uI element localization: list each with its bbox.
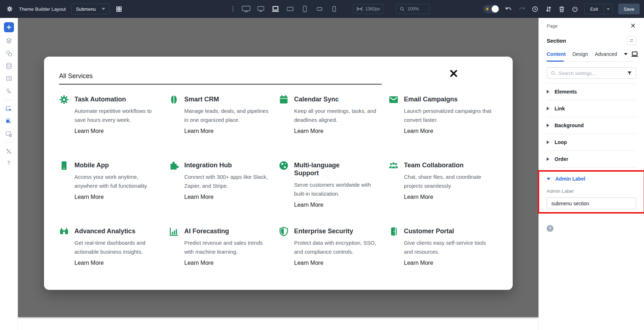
tab-design[interactable]: Design xyxy=(572,51,588,57)
toggle-knob xyxy=(492,5,499,13)
more-options-kebab-icon[interactable] xyxy=(229,5,237,13)
accordion-elements[interactable]: Elements xyxy=(547,83,636,100)
accordion-order[interactable]: Order xyxy=(547,151,636,168)
save-button[interactable]: Save xyxy=(618,4,640,14)
service-description: Keep all your meetings, tasks, and deadl… xyxy=(294,106,382,124)
tools-wrench-icon[interactable] xyxy=(5,147,13,155)
team-icon xyxy=(388,160,399,171)
active-breakpoint-laptop-icon[interactable] xyxy=(631,51,639,57)
learn-more-link[interactable]: Learn More xyxy=(404,128,433,134)
width-arrows-icon xyxy=(357,6,362,11)
admin-label-input[interactable] xyxy=(547,197,636,209)
service-title: Enterprise Security xyxy=(294,227,360,235)
canvas-width-input[interactable]: 1382px xyxy=(353,4,384,14)
selected-element-name: Section xyxy=(547,38,566,44)
service-tile: Advanced Analytics Get real-time dashboa… xyxy=(59,226,169,283)
breadcrumb[interactable]: Page xyxy=(547,23,557,29)
templates-shapes-icon[interactable] xyxy=(5,49,13,57)
exit-button-label: Exit xyxy=(585,4,604,14)
grid-view-icon[interactable] xyxy=(115,5,123,13)
service-tile: Email Campaigns Launch personalized camp… xyxy=(388,94,498,160)
exit-button[interactable]: Exit xyxy=(584,4,613,14)
help-icon[interactable]: ? xyxy=(547,225,553,232)
breakpoint-tablet-landscape-icon[interactable] xyxy=(285,4,296,14)
admin-label-field-label: Admin Label xyxy=(547,188,636,194)
breakpoint-laptop-icon[interactable] xyxy=(270,4,281,14)
submenu-close-icon[interactable] xyxy=(448,68,459,79)
service-tile: Team Collaboration Chat, share files, an… xyxy=(388,160,498,226)
heading-underline xyxy=(59,84,382,85)
learn-more-link[interactable]: Learn More xyxy=(294,260,323,266)
page-structure-list-icon[interactable] xyxy=(5,87,13,95)
filter-funnel-icon[interactable] xyxy=(627,71,632,76)
history-icon[interactable] xyxy=(531,5,539,13)
redo-icon[interactable] xyxy=(518,5,526,13)
learn-more-link[interactable]: Learn More xyxy=(404,194,433,200)
search-input[interactable] xyxy=(558,71,624,76)
database-icon[interactable] xyxy=(5,62,13,70)
canvas-width-value: 1382px xyxy=(365,6,380,11)
breakpoint-tablet-portrait-icon[interactable] xyxy=(299,4,310,14)
panel-close-icon[interactable] xyxy=(630,23,636,29)
add-element-button[interactable] xyxy=(4,22,14,32)
top-toolbar: Theme Builder Layout Submenu xyxy=(0,0,644,18)
learn-more-link[interactable]: Learn More xyxy=(74,128,104,134)
service-description: Give clients easy self-service tools and… xyxy=(404,238,492,256)
sidebar-help-icon[interactable]: ? xyxy=(7,160,10,166)
sidebar-divider xyxy=(4,100,14,100)
binoculars-icon xyxy=(59,226,69,237)
breakpoint-desktop-xl-icon[interactable] xyxy=(241,4,252,14)
template-selector-value: Submenu xyxy=(76,6,96,12)
accordion-loop[interactable]: Loop xyxy=(547,134,636,151)
accordion-background[interactable]: Background xyxy=(547,117,636,134)
trash-icon[interactable] xyxy=(558,5,566,13)
template-selector[interactable]: Submenu xyxy=(71,4,110,14)
theme-mode-toggle[interactable] xyxy=(483,5,499,13)
select-element-icon[interactable] xyxy=(5,105,13,113)
learn-more-link[interactable]: Learn More xyxy=(184,194,214,200)
power-icon[interactable] xyxy=(571,5,579,13)
accordion-admin-label[interactable]: Admin Label xyxy=(547,176,636,182)
breakpoint-dropdown-caret-icon[interactable] xyxy=(624,53,628,55)
learn-more-link[interactable]: Learn More xyxy=(74,194,104,200)
zoom-input[interactable]: 100% xyxy=(396,4,430,14)
import-export-icon[interactable] xyxy=(545,5,552,13)
service-title: Integration Hub xyxy=(184,161,250,169)
learn-more-link[interactable]: Learn More xyxy=(294,128,323,134)
submenu-panel[interactable]: All Services Task Automation Automate re… xyxy=(44,57,513,290)
learn-more-link[interactable]: Learn More xyxy=(294,202,323,208)
undo-icon[interactable] xyxy=(505,5,513,13)
chevron-down-icon xyxy=(102,8,105,10)
form-card-icon[interactable] xyxy=(5,75,13,82)
chevron-right-icon xyxy=(547,157,549,161)
element-settings-icon[interactable] xyxy=(627,36,636,45)
builder-sidebar: ? xyxy=(0,18,18,330)
tab-advanced[interactable]: Advanced xyxy=(595,51,617,57)
breakpoint-mobile-landscape-icon[interactable] xyxy=(314,4,325,14)
exit-dropdown-caret[interactable] xyxy=(604,4,613,14)
chevron-right-icon xyxy=(547,90,549,94)
service-title: Smart CRM xyxy=(184,95,250,103)
service-description: Launch personalized campaigns that conve… xyxy=(404,106,492,124)
tab-content[interactable]: Content xyxy=(547,51,566,57)
service-description: Predict revenue and sales trends with ma… xyxy=(184,238,272,256)
structure-layers-icon[interactable] xyxy=(5,37,13,45)
learn-more-link[interactable]: Learn More xyxy=(404,260,433,266)
learn-more-link[interactable]: Learn More xyxy=(184,128,214,134)
shield-icon xyxy=(278,226,289,237)
component-settings-icon[interactable] xyxy=(5,130,13,138)
app-title: Theme Builder Layout xyxy=(19,6,66,12)
settings-search[interactable] xyxy=(547,67,636,79)
accordion-link[interactable]: Link xyxy=(547,100,636,117)
breakpoint-desktop-icon[interactable] xyxy=(255,4,266,14)
puzzle-icon xyxy=(169,160,179,171)
service-tile: Integration Hub Connect with 300+ apps l… xyxy=(169,160,278,226)
learn-more-link[interactable]: Learn More xyxy=(74,260,104,266)
bar-chart-icon xyxy=(169,226,179,237)
builder-settings-gear-icon[interactable] xyxy=(6,5,14,13)
select-element-filled-icon[interactable] xyxy=(5,117,13,125)
breakpoint-mobile-portrait-icon[interactable] xyxy=(329,4,340,14)
active-tab-underline xyxy=(547,61,564,62)
learn-more-link[interactable]: Learn More xyxy=(184,260,214,266)
sidebar-divider xyxy=(4,142,14,143)
